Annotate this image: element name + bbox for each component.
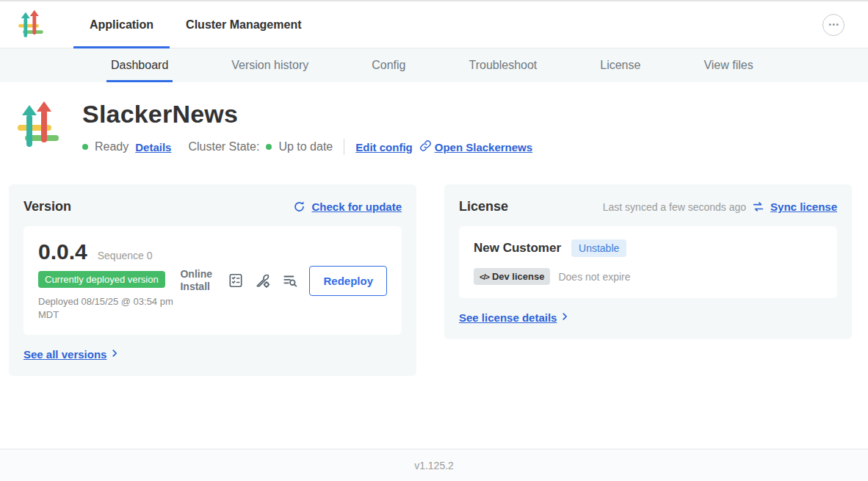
subnav-item-license[interactable]: License [596,48,645,82]
ready-status-dot [82,144,88,150]
see-all-versions-label: See all versions [23,348,106,361]
tab-application-label: Application [90,18,153,32]
current-version-panel: 0.0.4 Sequence 0 Currently deployed vers… [23,226,402,335]
code-icon: </> [480,272,489,281]
redeploy-button[interactable]: Redeploy [309,266,387,296]
version-card: Version Check for update [9,184,416,376]
see-license-details-label: See license details [459,311,557,324]
license-type-label: Dev license [492,271,545,282]
subnav-view-files-label: View files [704,59,753,72]
version-number: 0.0.4 [38,239,87,264]
license-card-header: License Last synced a few seconds ago Sy… [459,199,837,214]
refresh-icon [293,200,305,213]
top-tabs: Application Cluster Management [73,1,317,48]
subnav-item-config[interactable]: Config [367,48,410,82]
see-all-versions-link[interactable]: See all versions [23,348,120,361]
ellipsis-icon: ••• [828,21,839,29]
console-footer: v1.125.2 [0,449,868,481]
open-app-link[interactable]: Open Slackernews [419,140,532,154]
sync-icon [752,200,764,213]
deployed-version-badge: Currently deployed version [38,271,165,288]
sync-license-link[interactable]: Sync license [770,200,837,213]
install-type-label: Online Install [180,268,217,294]
version-sequence: Sequence 0 [98,250,153,261]
last-synced-label: Last synced a few seconds ago [603,201,746,213]
external-link-icon [419,140,432,154]
subnav-version-history-label: Version history [231,59,308,72]
license-type-badge: </> Dev license [474,268,550,285]
version-actions: Online Install [180,266,387,296]
license-card: License Last synced a few seconds ago Sy… [444,184,852,339]
cluster-state-value: Up to date [278,140,333,153]
dashboard-cards: Version Check for update [9,184,852,376]
dashboard-main: SlackerNews Ready Details Cluster State:… [0,82,868,449]
edit-config-link[interactable]: Edit config [355,141,413,153]
app-subnav: Dashboard Version history Config Trouble… [0,48,868,82]
license-card-title: License [459,199,508,214]
deployed-timestamp: Deployed 08/15/25 @ 03:54 pm MDT [38,295,180,322]
subnav-item-version-history[interactable]: Version history [227,48,313,82]
subnav-item-dashboard[interactable]: Dashboard [106,48,173,82]
tab-cluster-management[interactable]: Cluster Management [170,1,317,48]
license-details-panel: New Customer Unstable </> Dev license Do… [459,226,837,298]
config-wrench-icon[interactable] [255,272,271,289]
subnav-config-label: Config [372,59,405,72]
preflight-checks-icon[interactable] [282,272,298,289]
open-app-link-label: Open Slackernews [435,141,532,153]
version-card-header: Version Check for update [23,199,402,214]
version-card-title: Version [23,199,71,214]
version-card-footer: See all versions [23,348,402,361]
subnav-license-label: License [600,59,640,72]
tab-cluster-management-label: Cluster Management [186,18,301,32]
license-card-footer: See license details [459,311,837,325]
cluster-state-label: Cluster State: [188,140,259,153]
cluster-state-dot [266,144,272,150]
console-version: v1.125.2 [414,460,454,471]
check-for-update-link[interactable]: Check for update [311,200,402,213]
details-link[interactable]: Details [135,141,171,153]
subnav-dashboard-label: Dashboard [111,59,168,72]
app-header: SlackerNews Ready Details Cluster State:… [16,98,868,155]
release-notes-icon[interactable] [228,272,244,289]
subnav-item-troubleshoot[interactable]: Troubleshoot [464,48,541,82]
status-divider [344,139,344,155]
admin-console-page: Application Cluster Management ••• Dashb… [0,0,868,481]
license-expiry: Does not expire [558,271,630,283]
subnav-item-view-files[interactable]: View files [699,48,757,82]
chevron-right-icon [109,348,120,361]
ready-label: Ready [95,140,129,153]
overflow-menu-button[interactable]: ••• [822,14,845,36]
app-header-text: SlackerNews Ready Details Cluster State:… [82,98,532,155]
chevron-right-icon [560,311,570,324]
current-version-info: 0.0.4 Sequence 0 Currently deployed vers… [38,239,180,322]
app-logo-icon[interactable] [18,10,44,40]
tab-application[interactable]: Application [73,1,170,48]
channel-badge: Unstable [571,239,626,257]
app-icon [16,98,60,154]
customer-name: New Customer [474,241,561,256]
top-header: Application Cluster Management ••• [0,1,868,48]
subnav-troubleshoot-label: Troubleshoot [469,59,537,72]
app-status-row: Ready Details Cluster State: Up to date … [82,139,532,155]
page-title: SlackerNews [82,100,532,129]
see-license-details-link[interactable]: See license details [459,311,570,324]
